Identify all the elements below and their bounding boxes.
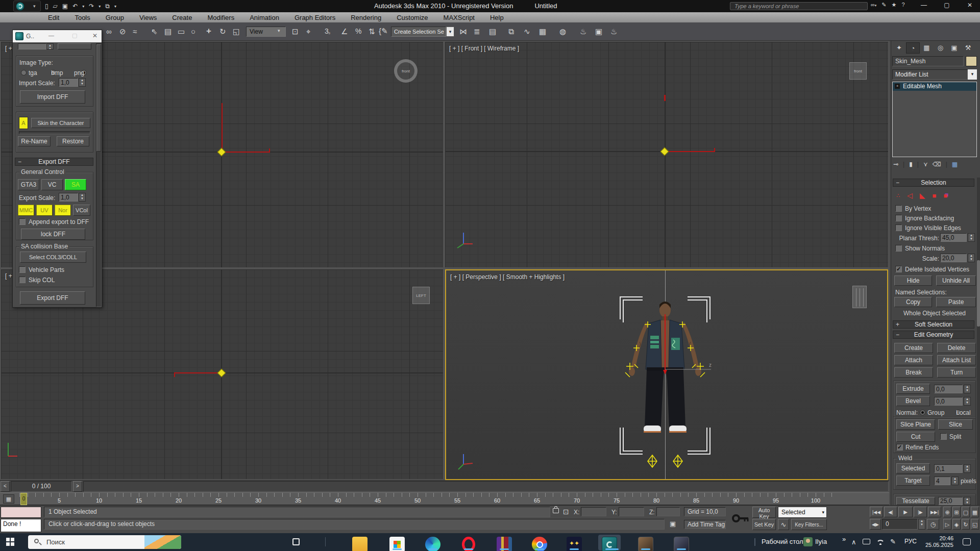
normal-local-label[interactable]: Local: [956, 409, 971, 416]
dummy-helper-marker[interactable]: [660, 147, 669, 156]
menu-modifiers[interactable]: Modifiers: [207, 14, 234, 21]
break-button[interactable]: Break: [894, 367, 933, 378]
normal-group-label[interactable]: Group: [927, 409, 944, 416]
toolbar-overflow-icon[interactable]: ▾: [114, 4, 116, 9]
task-view-icon[interactable]: [292, 538, 300, 545]
tessellate-button[interactable]: Tessellate: [896, 497, 935, 505]
panel-scrollbar-track[interactable]: [977, 178, 980, 505]
dummy-helper-marker[interactable]: [217, 148, 226, 157]
menu-maxscript[interactable]: MAXScript: [444, 14, 475, 21]
select-and-move-icon[interactable]: +: [206, 26, 211, 36]
maxscript-mini-listener-pink[interactable]: [1, 507, 41, 518]
menu-views[interactable]: Views: [139, 14, 157, 21]
normal-group-radio[interactable]: [920, 410, 925, 415]
frame-spinner[interactable]: [918, 519, 925, 530]
hide-button[interactable]: Hide: [894, 276, 932, 286]
vehicle-parts-checkbox[interactable]: [19, 266, 26, 273]
refine-ends-checkbox[interactable]: ✓: [896, 444, 903, 450]
radio-tga-label[interactable]: tga: [29, 69, 37, 77]
go-to-start-button[interactable]: |◀◀: [870, 507, 883, 517]
absolute-offset-toggle-icon[interactable]: ⊡: [563, 508, 569, 516]
file-explorer-icon[interactable]: [352, 537, 368, 551]
modifier-stack[interactable]: + Editable Mesh: [892, 82, 977, 157]
export-dff-button[interactable]: Export DFF: [20, 291, 85, 305]
open-file-icon[interactable]: ▱: [53, 3, 58, 10]
edit-geometry-rollout-header[interactable]: −Edit Geometry: [893, 331, 974, 339]
append-export-label[interactable]: Append export to DFF: [29, 218, 89, 226]
vehicle-parts-label[interactable]: Vehicle Parts: [29, 266, 64, 273]
previous-frame-button[interactable]: ◀|: [884, 507, 897, 517]
x-coord-field[interactable]: [581, 507, 606, 516]
maxscript-mini-listener-white[interactable]: Done !: [1, 519, 41, 532]
ref-coordinate-arrow-icon[interactable]: ▾: [278, 28, 280, 33]
menu-group[interactable]: Group: [106, 14, 124, 21]
graphite-container-icon[interactable]: ⧉: [508, 27, 514, 36]
clock[interactable]: 20:46 25.05.2025: [922, 535, 953, 548]
ignore-visible-edges-checkbox[interactable]: [895, 224, 902, 231]
dialog-title-bar[interactable]: G.. — ▢ ✕: [13, 30, 102, 42]
nor-toggle-button[interactable]: Nor: [55, 205, 71, 216]
wifi-icon[interactable]: [876, 539, 885, 545]
object-name-field[interactable]: Skin_Mesh: [892, 56, 964, 66]
menu-animation[interactable]: Animation: [250, 14, 279, 21]
clipped-spinner[interactable]: [46, 43, 54, 49]
time-back-button[interactable]: <: [1, 481, 10, 492]
face-mode-icon[interactable]: ◣: [920, 191, 925, 199]
show-normals-checkbox[interactable]: [895, 245, 902, 252]
menu-help[interactable]: Help: [490, 14, 504, 21]
menu-graph-editors[interactable]: Graph Editors: [295, 14, 335, 21]
radio-bmp-label[interactable]: bmp: [51, 69, 63, 77]
viewcube-ghost[interactable]: LEFT: [412, 287, 430, 304]
project-toolbar-icon[interactable]: ⧉: [105, 3, 110, 10]
export-scale-field[interactable]: 1,0: [59, 193, 78, 202]
zoom-all-button[interactable]: ⊞: [952, 507, 961, 517]
object-color-swatch[interactable]: [966, 56, 977, 66]
snap-toggle-3d-icon[interactable]: 3ₒ: [325, 27, 330, 35]
extrude-field[interactable]: 0,0: [934, 385, 963, 393]
tab-hierarchy-icon[interactable]: ▦: [920, 42, 934, 54]
undo-dropdown-icon[interactable]: ▾: [82, 4, 84, 9]
ignore-visible-edges-label[interactable]: Ignore Visible Edges: [905, 224, 961, 232]
selection-set-arrow-button[interactable]: ▾: [446, 27, 454, 37]
vcol-toggle-button[interactable]: VCol: [73, 205, 90, 216]
clipped-button[interactable]: [58, 43, 91, 49]
delete-isolated-label[interactable]: Delete Isolated Vertices: [905, 266, 969, 273]
paste-button[interactable]: Paste: [936, 297, 976, 307]
show-normals-label[interactable]: Show Normals: [905, 245, 945, 252]
set-key-button[interactable]: Set Key: [752, 519, 776, 530]
key-mode-toggle-button[interactable]: ◀▶: [870, 519, 881, 530]
select-and-link-icon[interactable]: ∞: [106, 27, 112, 36]
viewcube-ghost[interactable]: front: [849, 62, 867, 80]
toolbar-overflow-chevron[interactable]: »: [842, 535, 846, 543]
weld-target-spinner[interactable]: [951, 477, 959, 485]
select-and-scale-icon[interactable]: ◱: [233, 27, 240, 36]
layer-manager-icon[interactable]: ▤: [489, 27, 496, 36]
infocenter-search[interactable]: Type a keyword or phrase: [730, 2, 868, 10]
unlink-selection-icon[interactable]: ⊘: [119, 27, 126, 36]
extrude-button[interactable]: Extrude: [896, 384, 930, 394]
weld-target-field[interactable]: 4: [934, 477, 950, 485]
dialog-minimize-icon[interactable]: —: [48, 32, 54, 38]
select-object-icon[interactable]: ⇖: [151, 27, 158, 36]
uv-toggle-button[interactable]: UV: [36, 205, 53, 216]
transform-lock-icon[interactable]: [553, 508, 559, 513]
cut-button[interactable]: Cut: [896, 432, 935, 442]
delete-button[interactable]: Delete: [937, 343, 976, 353]
help-icon[interactable]: ?: [901, 2, 904, 8]
create-button[interactable]: Create: [894, 343, 933, 353]
close-button[interactable]: ✕: [965, 2, 975, 9]
dummy-helper-marker[interactable]: [217, 369, 226, 378]
maximize-viewport-button[interactable]: ◱: [971, 519, 979, 530]
zoom-extents-all-button[interactable]: ▦: [971, 507, 979, 517]
align-icon[interactable]: ≣: [474, 27, 480, 36]
by-vertex-label[interactable]: By Vertex: [905, 205, 931, 212]
tab-motion-icon[interactable]: ◎: [934, 42, 947, 54]
dope-sheet-icon[interactable]: ▦: [539, 27, 546, 36]
vc-button[interactable]: VC: [41, 179, 63, 190]
dialog-close-icon[interactable]: ✕: [92, 32, 97, 39]
mmc-toggle-button[interactable]: MMC: [18, 205, 34, 216]
z-coord-field[interactable]: [656, 507, 680, 516]
dialog-scrollbar-thumb[interactable]: [96, 44, 101, 152]
taskbar-search-box[interactable]: Поиск: [28, 535, 181, 549]
screen-cast-icon[interactable]: [863, 539, 870, 544]
